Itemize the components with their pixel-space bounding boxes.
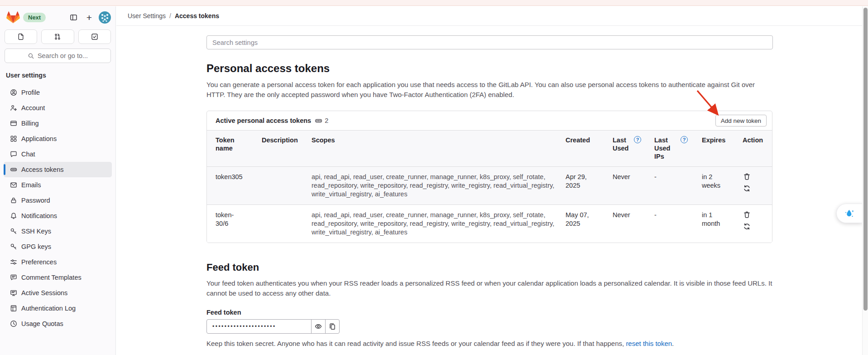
table-header-row: Token name Description Scopes Created La… bbox=[207, 130, 772, 166]
sidebar-item-password[interactable]: Password bbox=[4, 193, 112, 208]
sidebar-item-gpg-keys[interactable]: GPG keys bbox=[4, 239, 112, 254]
feed-token-input[interactable] bbox=[206, 319, 312, 334]
feed-token-title: Feed token bbox=[206, 261, 773, 274]
cell-expires: in 2 weeks bbox=[702, 167, 743, 204]
trash-icon bbox=[743, 211, 751, 219]
sidebar-toggle-icon[interactable] bbox=[67, 11, 80, 24]
cell-action bbox=[743, 205, 772, 243]
sidebar-section-title: User settings bbox=[0, 72, 115, 81]
merge-requests-shortcut-button[interactable] bbox=[41, 29, 74, 44]
key-icon bbox=[10, 243, 17, 250]
active-tokens-card: Active personal access tokens 2 Add new … bbox=[206, 111, 772, 243]
user-circle-icon bbox=[10, 89, 17, 96]
header-description: Description bbox=[262, 131, 312, 166]
copy-icon bbox=[329, 323, 336, 330]
settings-search-input[interactable] bbox=[206, 35, 773, 49]
sliders-icon bbox=[10, 258, 17, 266]
plus-icon[interactable]: + bbox=[83, 11, 96, 24]
add-new-token-button[interactable]: Add new token bbox=[715, 115, 767, 126]
cell-last-used-ips: - bbox=[654, 167, 702, 204]
cell-description bbox=[262, 205, 312, 243]
main-area: User Settings / Access tokens Personal a… bbox=[116, 6, 868, 355]
token-pill-icon bbox=[315, 117, 322, 125]
cell-last-used: Never bbox=[613, 205, 654, 243]
breadcrumb: User Settings / Access tokens bbox=[116, 6, 868, 26]
next-badge[interactable]: Next bbox=[23, 13, 46, 22]
header-scopes: Scopes bbox=[312, 131, 566, 166]
sidebar-item-profile[interactable]: Profile bbox=[4, 85, 112, 100]
delete-token-button[interactable] bbox=[743, 211, 751, 219]
sidebar-item-chat[interactable]: Chat bbox=[4, 146, 112, 162]
cell-action bbox=[743, 167, 772, 204]
cell-token-name: token-30/6 bbox=[207, 205, 262, 243]
key-icon bbox=[10, 228, 17, 235]
speech-bubble-icon bbox=[10, 151, 17, 158]
cell-expires: in 1 month bbox=[702, 205, 743, 243]
pat-description: You can generate a personal access token… bbox=[206, 80, 773, 99]
cell-token-name: token305 bbox=[207, 167, 262, 204]
copy-token-button[interactable] bbox=[325, 319, 340, 334]
avatar[interactable] bbox=[99, 11, 111, 24]
duo-chat-button[interactable] bbox=[836, 204, 862, 223]
cell-last-used-ips: - bbox=[654, 205, 702, 243]
token-count-badge: 2 bbox=[325, 117, 328, 124]
sidebar-item-active-sessions[interactable]: Active Sessions bbox=[4, 285, 112, 301]
cell-scopes: api, read_api, read_user, create_runner,… bbox=[312, 167, 566, 204]
grid-icon bbox=[10, 135, 17, 142]
header-token-name: Token name bbox=[207, 131, 262, 166]
feed-token-label: Feed token bbox=[206, 309, 773, 316]
search-icon bbox=[28, 53, 34, 59]
cell-last-used: Never bbox=[613, 167, 654, 204]
sidebar-item-comment-templates[interactable]: Comment Templates bbox=[4, 270, 112, 285]
todo-check-icon bbox=[91, 33, 98, 40]
header-action: Action bbox=[743, 131, 772, 166]
todos-shortcut-button[interactable] bbox=[78, 29, 111, 44]
card-title: Active personal access tokens bbox=[216, 117, 311, 124]
issues-shortcut-button[interactable] bbox=[5, 29, 37, 44]
header-expires: Expires bbox=[702, 131, 743, 166]
sidebar-shortcuts bbox=[5, 29, 111, 44]
breadcrumb-parent[interactable]: User Settings bbox=[128, 12, 166, 19]
sidebar-item-access-tokens[interactable]: Access tokens bbox=[4, 162, 112, 177]
header-created: Created bbox=[566, 131, 613, 166]
cell-created: May 07, 2025 bbox=[566, 205, 613, 243]
sidebar-item-usage-quotas[interactable]: Usage Quotas bbox=[4, 316, 112, 331]
clock-icon bbox=[10, 320, 17, 327]
comment-lines-icon bbox=[10, 274, 17, 281]
user-gear-icon bbox=[10, 104, 17, 112]
global-search[interactable]: Search or go to... bbox=[5, 49, 111, 63]
merge-request-icon bbox=[54, 33, 61, 40]
sidebar-header: Next + bbox=[0, 6, 115, 24]
page-title: Personal access tokens bbox=[206, 62, 773, 75]
rotate-token-button[interactable] bbox=[743, 185, 751, 193]
sidebar-item-preferences[interactable]: Preferences bbox=[4, 254, 112, 270]
top-notice-bar bbox=[0, 0, 868, 6]
sidebar: Next + Search or go to... User setting bbox=[0, 6, 116, 355]
log-table-icon bbox=[10, 305, 17, 312]
sidebar-item-billing[interactable]: Billing bbox=[4, 116, 112, 131]
reveal-token-button[interactable] bbox=[311, 319, 326, 334]
table-row: token-30/6 api, read_api, read_user, cre… bbox=[207, 204, 772, 243]
scrollbar-thumb[interactable] bbox=[863, 8, 868, 311]
sidebar-item-applications[interactable]: Applications bbox=[4, 131, 112, 146]
feed-token-note: Keep this token secret. Anyone who has i… bbox=[206, 340, 773, 347]
eye-icon bbox=[315, 323, 322, 330]
help-icon[interactable]: ? bbox=[634, 136, 641, 143]
sidebar-item-emails[interactable]: Emails bbox=[4, 177, 112, 193]
sidebar-item-ssh-keys[interactable]: SSH Keys bbox=[4, 224, 112, 239]
reset-token-link[interactable]: reset this token bbox=[626, 340, 672, 347]
delete-token-button[interactable] bbox=[743, 173, 751, 181]
table-row: token305 api, read_api, read_user, creat… bbox=[207, 166, 772, 204]
gitlab-logo-icon[interactable] bbox=[6, 11, 20, 24]
breadcrumb-current: Access tokens bbox=[175, 12, 219, 19]
lock-icon bbox=[10, 197, 17, 204]
sidebar-item-authentication-log[interactable]: Authentication Log bbox=[4, 301, 112, 316]
monitor-icon bbox=[10, 289, 17, 297]
cell-description bbox=[262, 167, 312, 204]
sidebar-item-notifications[interactable]: Notifications bbox=[4, 208, 112, 224]
envelope-icon bbox=[10, 181, 17, 189]
sidebar-item-account[interactable]: Account bbox=[4, 100, 112, 116]
rotate-token-button[interactable] bbox=[743, 223, 751, 231]
feed-token-description: Your feed token authenticates you when y… bbox=[206, 278, 773, 298]
help-icon[interactable]: ? bbox=[681, 136, 688, 143]
